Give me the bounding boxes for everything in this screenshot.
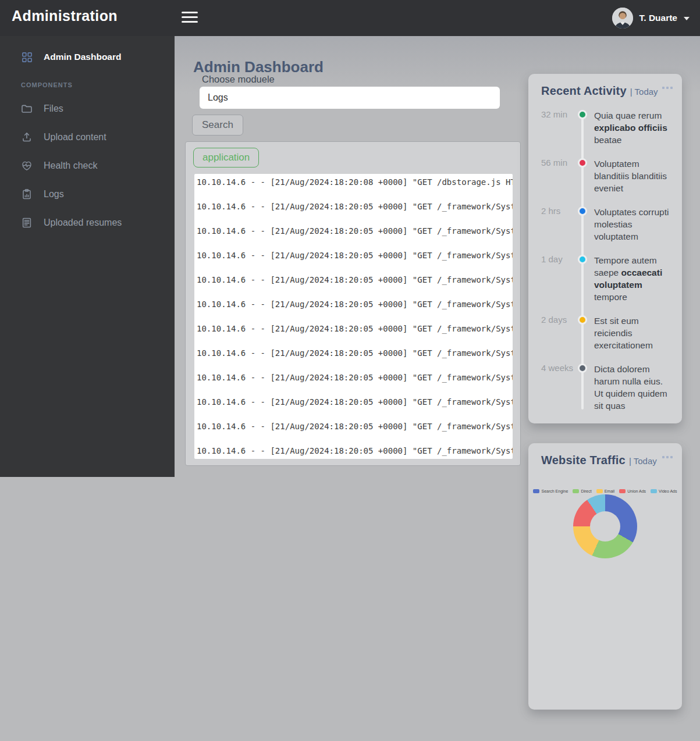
card-period: | Today — [630, 87, 658, 97]
sidebar-item-uploaded-resumes[interactable]: Uploaded resumes — [0, 208, 175, 237]
legend-label: Email — [605, 489, 615, 493]
grid-icon — [21, 51, 33, 63]
timeline-text: Dicta dolorem harum nulla eius. Ut quide… — [594, 363, 674, 412]
sidebar-item-label: Logs — [44, 189, 64, 200]
user-name: T. Duarte — [639, 13, 677, 23]
sidebar-item-label: Files — [44, 104, 63, 114]
health-icon — [21, 160, 33, 172]
log-viewer[interactable]: 10.10.14.6 - - [21/Aug/2024:18:20:08 +00… — [194, 174, 513, 459]
sidebar-section-label: COMPONENTS — [0, 63, 175, 88]
timeline-time: 56 min — [541, 158, 578, 194]
chevron-down-icon — [684, 17, 690, 20]
legend-swatch — [596, 489, 603, 493]
legend-swatch — [573, 489, 579, 493]
timeline-dot — [578, 315, 587, 325]
timeline-text: Est sit eum reiciendis exercitationem — [594, 315, 674, 351]
card-title: Recent Activity — [541, 84, 627, 98]
module-input[interactable] — [200, 87, 500, 109]
user-menu[interactable]: T. Duarte — [612, 0, 690, 36]
activity-timeline: 32 minQuia quae rerum explicabo officiis… — [528, 109, 682, 412]
timeline-text: Quia quae rerum explicabo officiis beata… — [594, 109, 674, 146]
resumes-icon — [21, 217, 33, 229]
sidebar-items: FilesUpload contentHealth checkLogsUploa… — [0, 94, 175, 237]
sidebar-item-label: Upload content — [44, 132, 106, 142]
application-tab[interactable]: application — [193, 148, 259, 168]
timeline-dot — [578, 110, 587, 119]
sidebar-item-label: Admin Dashboard — [44, 52, 121, 62]
folder-icon — [21, 103, 33, 115]
avatar — [612, 8, 633, 28]
legend-label: Union Ads — [627, 489, 646, 493]
ellipsis-icon[interactable] — [662, 84, 673, 89]
app-title: Administration — [12, 8, 118, 24]
legend-item-search-engine[interactable]: Search Engine — [533, 489, 568, 493]
timeline-text: Voluptatem blanditiis blanditiis eveniet — [594, 158, 674, 194]
logs-icon — [21, 188, 33, 200]
log-panel: application 10.10.14.6 - - [21/Aug/2024:… — [185, 141, 521, 466]
timeline-text: Tempore autem saepe occaecati voluptatem… — [594, 254, 674, 303]
sidebar-item-label: Health check — [44, 161, 98, 171]
timeline-item: 1 dayTempore autem saepe occaecati volup… — [528, 254, 682, 303]
timeline-time: 32 min — [541, 109, 578, 146]
timeline-item: 4 weeksDicta dolorem harum nulla eius. U… — [528, 363, 682, 412]
timeline-dot — [578, 206, 587, 216]
legend-swatch — [533, 489, 539, 493]
admin-app: Administration T. Duarte — [0, 0, 700, 741]
chart-legend: Search EngineDirectEmailUnion AdsVideo A… — [528, 489, 682, 493]
timeline-time: 4 weeks — [541, 363, 578, 412]
timeline-item: 2 daysEst sit eum reiciendis exercitatio… — [528, 315, 682, 351]
upload-icon — [21, 131, 33, 143]
timeline-item: 2 hrsVoluptates corrupti molestias volup… — [528, 206, 682, 243]
timeline-text: Voluptates corrupti molestias voluptatem — [594, 206, 674, 243]
timeline-time: 2 hrs — [541, 206, 578, 243]
top-navbar: Administration T. Duarte — [0, 0, 700, 36]
log-output: 10.10.14.6 - - [21/Aug/2024:18:20:08 +00… — [194, 174, 513, 457]
legend-swatch — [619, 489, 626, 493]
card-title: Website Traffic — [541, 454, 626, 467]
sidebar-item-files[interactable]: Files — [0, 94, 175, 123]
traffic-donut-chart — [573, 494, 637, 558]
hamburger-menu-icon[interactable] — [182, 12, 198, 24]
legend-item-email[interactable]: Email — [596, 489, 615, 493]
donut-hole — [590, 511, 620, 542]
sidebar-item-label: Uploaded resumes — [44, 218, 122, 228]
sidebar: Admin Dashboard COMPONENTS FilesUpload c… — [0, 36, 175, 477]
legend-label: Direct — [581, 489, 591, 493]
legend-item-direct[interactable]: Direct — [573, 489, 591, 493]
website-traffic-card: Website Traffic | Today Search EngineDir… — [528, 443, 682, 710]
recent-activity-card: Recent Activity | Today 32 minQuia quae … — [528, 74, 682, 423]
sidebar-item-logs[interactable]: Logs — [0, 180, 175, 208]
card-period: | Today — [629, 456, 657, 466]
legend-label: Search Engine — [541, 489, 568, 493]
page-title: Admin Dashboard — [193, 58, 324, 76]
timeline-dot — [578, 364, 587, 373]
sidebar-item-admin-dashboard[interactable]: Admin Dashboard — [0, 36, 175, 63]
module-label: Choose moduele — [202, 74, 275, 85]
timeline-time: 2 days — [541, 315, 578, 351]
timeline-item: 56 minVoluptatem blanditiis blanditiis e… — [528, 158, 682, 194]
legend-item-video-ads[interactable]: Video Ads — [651, 489, 677, 493]
ellipsis-icon[interactable] — [662, 454, 673, 458]
sidebar-item-upload-content[interactable]: Upload content — [0, 123, 175, 151]
timeline-item: 32 minQuia quae rerum explicabo officiis… — [528, 109, 682, 146]
sidebar-item-health-check[interactable]: Health check — [0, 151, 175, 180]
legend-item-union-ads[interactable]: Union Ads — [619, 489, 646, 493]
timeline-time: 1 day — [541, 254, 578, 303]
search-button[interactable]: Search — [192, 115, 243, 136]
legend-label: Video Ads — [659, 489, 677, 493]
timeline-dot — [578, 158, 587, 168]
legend-swatch — [651, 489, 657, 493]
timeline-dot — [578, 255, 587, 264]
